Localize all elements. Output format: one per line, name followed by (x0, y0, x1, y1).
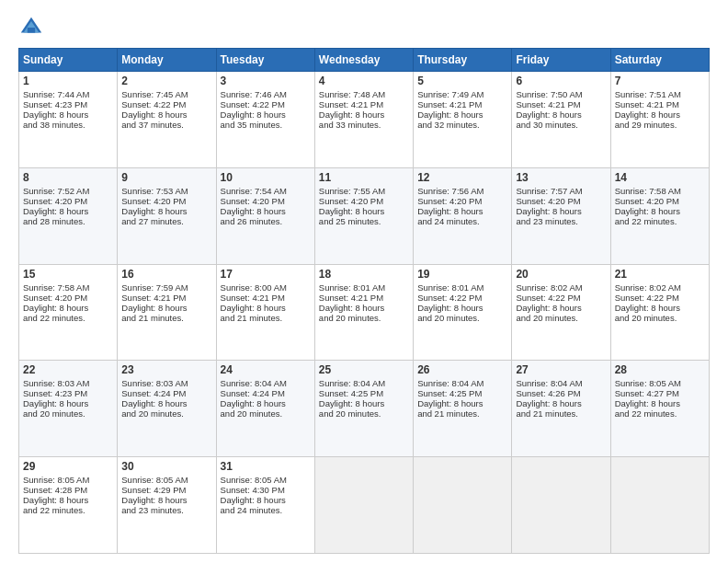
day-info-line: Sunrise: 8:02 AM (516, 282, 606, 293)
calendar-cell: 16Sunrise: 7:59 AMSunset: 4:21 PMDayligh… (118, 264, 216, 361)
day-info-line: and 25 minutes. (319, 216, 409, 226)
day-number: 29 (23, 460, 113, 473)
day-number: 16 (121, 268, 211, 281)
day-info-line: Sunrise: 8:03 AM (121, 378, 211, 388)
day-info-line: Sunset: 4:20 PM (319, 196, 409, 206)
day-info-line: Sunrise: 7:58 AM (23, 282, 113, 293)
day-info-line: Sunset: 4:22 PM (121, 99, 211, 109)
day-info-line: Daylight: 8 hours (319, 398, 409, 408)
day-info-line: Sunrise: 7:53 AM (121, 186, 211, 196)
day-info-line: Sunset: 4:21 PM (221, 293, 311, 303)
day-info-line: Daylight: 8 hours (615, 398, 705, 408)
day-info-line: Sunset: 4:24 PM (121, 388, 211, 398)
logo-icon (18, 15, 44, 40)
calendar-cell (512, 457, 610, 554)
day-info-line: Sunset: 4:23 PM (23, 388, 113, 398)
day-number: 26 (417, 363, 507, 376)
day-info-line: Sunset: 4:20 PM (121, 196, 211, 206)
page: SundayMondayTuesdayWednesdayThursdayFrid… (0, 0, 728, 563)
day-info-line: Sunset: 4:21 PM (319, 99, 409, 109)
day-info-line: Daylight: 8 hours (615, 109, 705, 120)
day-info-line: Daylight: 8 hours (516, 206, 606, 216)
day-info-line: Daylight: 8 hours (23, 206, 113, 216)
calendar-cell (314, 457, 413, 554)
day-number: 18 (319, 268, 409, 281)
calendar-cell: 18Sunrise: 8:01 AMSunset: 4:21 PMDayligh… (314, 264, 413, 361)
day-number: 14 (615, 171, 705, 184)
day-info-line: Daylight: 8 hours (23, 109, 113, 120)
day-info-line: Daylight: 8 hours (121, 303, 211, 313)
day-info-line: and 32 minutes. (417, 120, 507, 130)
day-info-line: Sunrise: 8:05 AM (221, 475, 311, 485)
day-info-line: Daylight: 8 hours (221, 109, 311, 120)
day-info-line: and 29 minutes. (615, 120, 705, 130)
day-info-line: Sunrise: 8:00 AM (221, 282, 311, 293)
day-info-line: Daylight: 8 hours (417, 206, 507, 216)
day-info-line: and 20 minutes. (417, 313, 507, 323)
day-info-line: Sunrise: 8:03 AM (23, 378, 113, 388)
day-number: 5 (417, 75, 507, 87)
day-info-line: Sunset: 4:20 PM (221, 196, 311, 206)
day-info-line: Sunrise: 7:49 AM (417, 89, 507, 99)
day-info-line: Daylight: 8 hours (221, 495, 311, 505)
day-info-line: Daylight: 8 hours (516, 398, 606, 408)
day-info-line: and 38 minutes. (23, 120, 113, 130)
calendar-cell: 3Sunrise: 7:46 AMSunset: 4:22 PMDaylight… (216, 72, 314, 168)
day-info-line: Sunrise: 8:05 AM (121, 475, 211, 485)
calendar-cell: 28Sunrise: 8:05 AMSunset: 4:27 PMDayligh… (610, 361, 709, 457)
day-info-line: and 21 minutes. (516, 408, 606, 419)
day-info-line: Sunrise: 7:54 AM (221, 186, 311, 196)
calendar-cell: 9Sunrise: 7:53 AMSunset: 4:20 PMDaylight… (118, 167, 216, 264)
day-info-line: Daylight: 8 hours (417, 303, 507, 313)
day-info-line: Sunrise: 7:50 AM (516, 89, 606, 99)
calendar-cell: 22Sunrise: 8:03 AMSunset: 4:23 PMDayligh… (19, 361, 118, 457)
day-info-line: Sunset: 4:21 PM (319, 293, 409, 303)
day-info-line: Daylight: 8 hours (615, 206, 705, 216)
day-info-line: Sunrise: 7:52 AM (23, 186, 113, 196)
day-info-line: and 20 minutes. (319, 313, 409, 323)
day-info-line: Sunset: 4:20 PM (516, 196, 606, 206)
day-number: 15 (23, 268, 113, 281)
day-number: 13 (516, 171, 606, 184)
day-info-line: Sunset: 4:22 PM (221, 99, 311, 109)
calendar-cell: 8Sunrise: 7:52 AMSunset: 4:20 PMDaylight… (19, 167, 118, 264)
day-info-line: Sunset: 4:21 PM (615, 99, 705, 109)
day-info-line: Daylight: 8 hours (319, 109, 409, 120)
calendar-cell: 6Sunrise: 7:50 AMSunset: 4:21 PMDaylight… (512, 72, 610, 168)
day-number: 19 (417, 268, 507, 281)
day-info-line: Sunrise: 7:44 AM (23, 89, 113, 99)
day-number: 10 (221, 171, 311, 184)
day-info-line: and 24 minutes. (221, 505, 311, 515)
day-info-line: Sunrise: 8:02 AM (615, 282, 705, 293)
day-number: 4 (319, 75, 409, 87)
day-info-line: Sunset: 4:21 PM (417, 99, 507, 109)
day-info-line: Sunrise: 7:59 AM (121, 282, 211, 293)
day-info-line: Daylight: 8 hours (121, 398, 211, 408)
day-info-line: and 20 minutes. (23, 408, 113, 419)
day-info-line: and 23 minutes. (516, 216, 606, 226)
day-info-line: Daylight: 8 hours (121, 109, 211, 120)
day-info-line: and 21 minutes. (417, 408, 507, 419)
day-info-line: and 20 minutes. (516, 313, 606, 323)
header (18, 15, 710, 40)
calendar-cell: 13Sunrise: 7:57 AMSunset: 4:20 PMDayligh… (512, 167, 610, 264)
day-info-line: and 21 minutes. (121, 313, 211, 323)
day-info-line: Sunrise: 8:05 AM (23, 475, 113, 485)
calendar-day-header: Tuesday (216, 49, 314, 72)
day-info-line: and 20 minutes. (615, 313, 705, 323)
day-info-line: Sunrise: 7:45 AM (121, 89, 211, 99)
calendar-cell (414, 457, 512, 554)
day-info-line: and 21 minutes. (221, 313, 311, 323)
day-info-line: Sunrise: 8:04 AM (221, 378, 311, 388)
day-number: 23 (121, 363, 211, 376)
day-info-line: and 28 minutes. (23, 216, 113, 226)
day-number: 27 (516, 363, 606, 376)
calendar-day-header: Friday (512, 49, 610, 72)
calendar-day-header: Thursday (414, 49, 512, 72)
day-info-line: Sunset: 4:30 PM (221, 485, 311, 495)
day-info-line: Daylight: 8 hours (319, 206, 409, 216)
calendar-header-row: SundayMondayTuesdayWednesdayThursdayFrid… (19, 49, 710, 72)
calendar-cell: 19Sunrise: 8:01 AMSunset: 4:22 PMDayligh… (414, 264, 512, 361)
day-number: 28 (615, 363, 705, 376)
day-info-line: and 23 minutes. (121, 505, 211, 515)
